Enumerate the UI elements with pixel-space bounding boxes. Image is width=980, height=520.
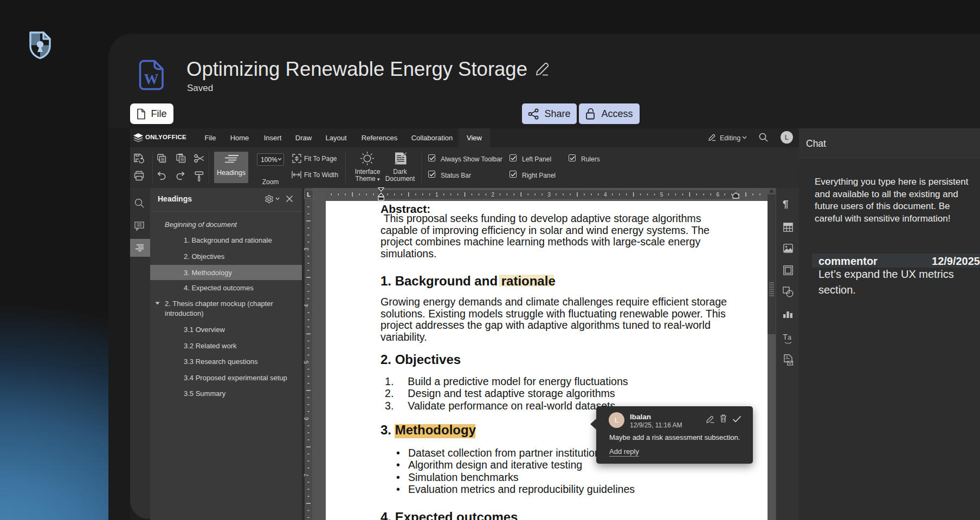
svg-text:4: 4 <box>304 304 310 307</box>
svg-text:3: 3 <box>547 192 551 198</box>
svg-text:3: 3 <box>304 248 310 251</box>
svg-text:7: 7 <box>304 473 310 477</box>
svg-text:2: 2 <box>492 192 495 198</box>
svg-text:6: 6 <box>716 192 719 198</box>
svg-text:6: 6 <box>304 417 310 420</box>
svg-text:W: W <box>144 71 159 87</box>
svg-text:1: 1 <box>435 192 439 198</box>
svg-text:5: 5 <box>304 360 310 363</box>
svg-text:4: 4 <box>604 192 607 198</box>
svg-text:5: 5 <box>660 192 663 198</box>
